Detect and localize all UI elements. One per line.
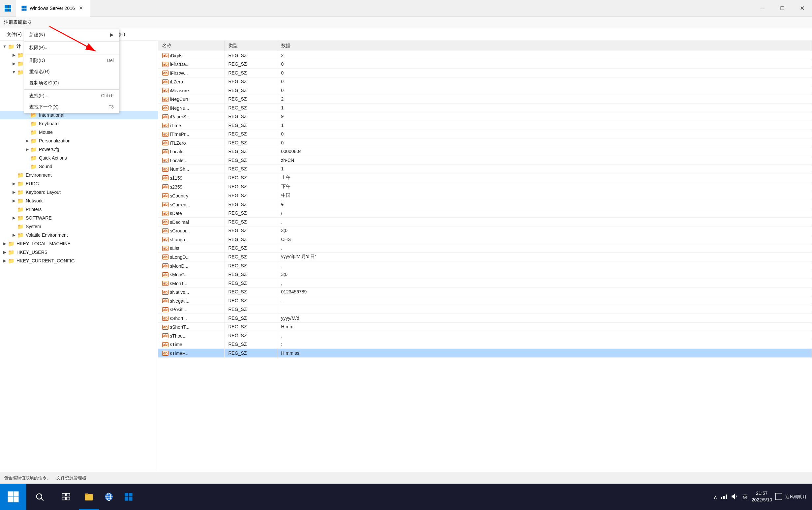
toggle-hklm[interactable]: ▶ bbox=[1, 241, 8, 246]
taskbar-ie[interactable] bbox=[99, 484, 119, 510]
table-row[interactable]: ab iLZero REG_SZ 0 bbox=[158, 77, 812, 86]
tree-node-personalization[interactable]: ▶ 📁 Personalization bbox=[0, 137, 158, 145]
table-row[interactable]: ab sMonD... REG_SZ . bbox=[158, 261, 812, 270]
table-row[interactable]: ab iMeasure REG_SZ 0 bbox=[158, 86, 812, 95]
toggle-hku[interactable]: ▶ bbox=[1, 250, 8, 255]
notification-button[interactable] bbox=[775, 492, 783, 502]
toggle-network[interactable]: ▶ bbox=[10, 198, 17, 203]
ctx-delete[interactable]: 删除(D) Del bbox=[24, 55, 119, 66]
table-row[interactable]: ab Locale... REG_SZ zh-CN bbox=[158, 156, 812, 165]
toggle-eudc[interactable]: ▶ bbox=[10, 181, 17, 186]
menu-file[interactable]: 文件(F) bbox=[3, 30, 26, 39]
toggle-appevents[interactable]: ▶ bbox=[10, 53, 17, 57]
table-row[interactable]: ab sTime REG_SZ : bbox=[158, 340, 812, 349]
ctx-rename[interactable]: 重命名(R) bbox=[24, 66, 119, 78]
table-row[interactable]: ab sDecimal REG_SZ . bbox=[158, 218, 812, 226]
cell-data: 0 bbox=[277, 60, 812, 68]
table-row[interactable]: ab NumSh... REG_SZ 1 bbox=[158, 165, 812, 173]
table-row[interactable]: ab Locale REG_SZ 00000804 bbox=[158, 147, 812, 156]
system-clock[interactable]: 21:57 2022/5/10 bbox=[752, 490, 772, 503]
table-row[interactable]: ab sMonG... REG_SZ 3;0 bbox=[158, 270, 812, 279]
search-icon bbox=[35, 492, 44, 502]
tree-node-mouse[interactable]: 📁 Mouse bbox=[0, 128, 158, 137]
table-row[interactable]: ab s1159 REG_SZ 上午 bbox=[158, 173, 812, 182]
tree-node-printers[interactable]: 📁 Printers bbox=[0, 205, 158, 214]
start-button[interactable] bbox=[0, 484, 26, 510]
table-row[interactable]: ab iFirstW... REG_SZ 0 bbox=[158, 68, 812, 78]
weather-widget[interactable]: 迎风朝明月 bbox=[785, 494, 807, 500]
ctx-find-next[interactable]: 查找下一个(X) F3 bbox=[24, 102, 119, 113]
table-row[interactable]: ab sShort... REG_SZ yyyy/M/d bbox=[158, 314, 812, 323]
tray-overflow-button[interactable]: ∧ bbox=[714, 494, 717, 500]
network-tray-icon[interactable] bbox=[720, 492, 728, 502]
ab-icon: ab bbox=[162, 325, 169, 330]
table-row[interactable]: ab iDigits REG_SZ 2 bbox=[158, 51, 812, 60]
tree-node-quick-actions[interactable]: 📁 Quick Actions bbox=[0, 153, 158, 162]
table-row[interactable]: ab sCurren... REG_SZ ¥ bbox=[158, 200, 812, 209]
ctx-new[interactable]: 新建(N) ▶ bbox=[24, 29, 119, 40]
volume-tray-icon[interactable] bbox=[731, 492, 738, 502]
tab-close-button[interactable]: ✕ bbox=[78, 4, 84, 12]
toggle-volatile-env[interactable]: ▶ bbox=[10, 233, 17, 237]
toggle-keyboard-layout[interactable]: ▶ bbox=[10, 190, 17, 195]
tree-node-system[interactable]: 📁 System bbox=[0, 222, 158, 231]
table-row[interactable]: ab sPositi... REG_SZ bbox=[158, 305, 812, 314]
table-row[interactable]: ab sThou... REG_SZ , bbox=[158, 331, 812, 340]
tree-node-eudc[interactable]: ▶ 📁 EUDC bbox=[0, 179, 158, 188]
ab-icon: ab bbox=[162, 158, 169, 163]
language-indicator[interactable]: 英 bbox=[741, 493, 749, 501]
toggle-control-panel[interactable]: ▼ bbox=[10, 70, 17, 75]
table-row[interactable]: ab sList REG_SZ , bbox=[158, 244, 812, 253]
toggle-personalization[interactable]: ▶ bbox=[24, 138, 30, 143]
tree-node-hklm[interactable]: ▶ 📁 HKEY_LOCAL_MACHINE bbox=[0, 239, 158, 248]
tree-node-hku[interactable]: ▶ 📁 HKEY_USERS bbox=[0, 248, 158, 256]
table-row[interactable]: ab sDate REG_SZ / bbox=[158, 209, 812, 218]
table-row[interactable]: ab iTimePr... REG_SZ 0 bbox=[158, 130, 812, 138]
ctx-copy-name[interactable]: 复制项名称(C) bbox=[24, 78, 119, 89]
close-button[interactable]: ✕ bbox=[792, 0, 812, 17]
tree-node-hkcc[interactable]: ▶ 📁 HKEY_CURRENT_CONFIG bbox=[0, 256, 158, 265]
toggle-software[interactable]: ▶ bbox=[10, 216, 17, 220]
ctx-divider-1 bbox=[24, 41, 119, 41]
table-row[interactable]: ab sTimeF... REG_SZ H:mm:ss bbox=[158, 349, 812, 358]
minimize-button[interactable]: ─ bbox=[753, 0, 773, 17]
toggle-console[interactable]: ▶ bbox=[10, 61, 17, 66]
table-row[interactable]: ab iNegCurr REG_SZ 2 bbox=[158, 95, 812, 104]
table-row[interactable]: ab iTLZero REG_SZ 0 bbox=[158, 138, 812, 147]
table-row[interactable]: ab sShortT... REG_SZ H:mm bbox=[158, 322, 812, 331]
search-button[interactable] bbox=[26, 484, 53, 510]
tree-node-keyboard-layout[interactable]: ▶ 📁 Keyboard Layout bbox=[0, 188, 158, 197]
toggle-hkcu[interactable]: ▼ bbox=[1, 44, 8, 49]
table-row[interactable]: ab iFirstDa... REG_SZ 0 bbox=[158, 60, 812, 68]
cell-name: ab sTimeF... bbox=[158, 349, 224, 358]
table-row[interactable]: ab sNative... REG_SZ 0123456789 bbox=[158, 287, 812, 296]
tree-node-keyboard[interactable]: ▶ 📁 Keyboard bbox=[0, 119, 158, 128]
tree-node-software[interactable]: ▶ 📁 SOFTWARE bbox=[0, 214, 158, 222]
tree-node-sound[interactable]: 📁 Sound bbox=[0, 162, 158, 171]
task-view-button[interactable] bbox=[53, 484, 79, 510]
taskbar-file-explorer[interactable] bbox=[79, 484, 99, 510]
table-row[interactable]: ab sMonT... REG_SZ , bbox=[158, 279, 812, 288]
table-row[interactable]: ab iNegNu... REG_SZ 1 bbox=[158, 104, 812, 112]
tree-node-powercfg[interactable]: ▶ 📁 PowerCfg bbox=[0, 145, 158, 153]
tree-node-network[interactable]: ▶ 📁 Network bbox=[0, 197, 158, 205]
table-row[interactable]: ab sNegati... REG_SZ - bbox=[158, 296, 812, 305]
ctx-find[interactable]: 查找(F)... Ctrl+F bbox=[24, 90, 119, 102]
window-tab[interactable]: Windows Server 2016 ✕ bbox=[16, 0, 90, 17]
table-row[interactable]: ab sGroupi... REG_SZ 3;0 bbox=[158, 226, 812, 235]
ctx-permissions[interactable]: 权限(P)... bbox=[24, 42, 119, 53]
table-row[interactable]: ab sLangu... REG_SZ CHS bbox=[158, 235, 812, 244]
taskbar-regedit[interactable] bbox=[119, 484, 139, 510]
toggle-hkcc[interactable]: ▶ bbox=[1, 258, 8, 263]
tree-node-environment[interactable]: 📁 Environment bbox=[0, 171, 158, 179]
table-row[interactable]: ab s2359 REG_SZ 下午 bbox=[158, 182, 812, 191]
right-panel[interactable]: 名称 类型 数据 ab iDigits REG_SZ 2 ab iFirstDa… bbox=[158, 41, 812, 472]
table-row[interactable]: ab iTime REG_SZ 1 bbox=[158, 121, 812, 130]
table-row[interactable]: ab sCountry REG_SZ 中国 bbox=[158, 191, 812, 200]
table-row[interactable]: ab sLongD... REG_SZ yyyy'年'M'月'd'日' bbox=[158, 253, 812, 261]
toggle-powercfg[interactable]: ▶ bbox=[24, 147, 30, 152]
tree-node-volatile-env[interactable]: ▶ 📁 Volatile Environment bbox=[0, 231, 158, 239]
ab-icon: ab bbox=[162, 246, 169, 251]
maximize-button[interactable]: □ bbox=[773, 0, 792, 17]
table-row[interactable]: ab iPaperS... REG_SZ 9 bbox=[158, 112, 812, 121]
